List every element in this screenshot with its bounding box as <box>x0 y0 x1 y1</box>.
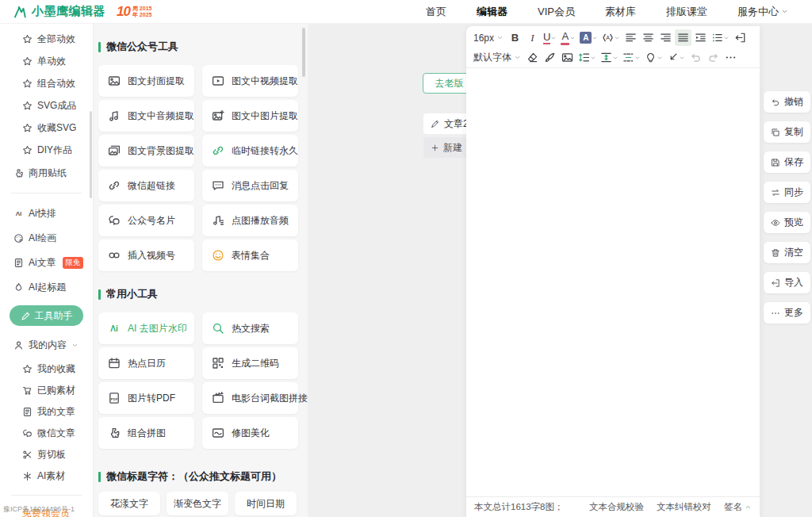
tool-card-image-audio[interactable]: 点图播放音频 <box>202 205 298 236</box>
tool-card-label: 图文背景图提取 <box>128 144 194 158</box>
ordered-list-button[interactable] <box>710 29 731 46</box>
sidebar-item-combo-anim[interactable]: 组合动效 <box>0 72 93 94</box>
sidebar-item-ai-material[interactable]: AI素材 <box>0 465 93 487</box>
sidebar-item-diy-works[interactable]: DIY作品 <box>0 139 93 161</box>
sidebar-item-stickers[interactable]: 商用贴纸 <box>0 161 93 185</box>
sidebar-item-ai-quick[interactable]: ΛiAi快排 <box>0 201 93 226</box>
clear-action[interactable]: 清空 <box>764 242 810 263</box>
line-height-button[interactable] <box>576 49 598 66</box>
insert-image-button[interactable] <box>559 49 576 66</box>
tool-card-emoji-collection[interactable]: 表情集合 <box>202 239 298 271</box>
sidebar-item-my-favorites[interactable]: 我的收藏 <box>0 358 93 380</box>
align-center-button[interactable] <box>640 29 657 46</box>
italic-button[interactable]: I <box>524 29 541 46</box>
nav-item-home[interactable]: 首页 <box>426 5 446 19</box>
font-color-button[interactable]: A <box>559 29 577 46</box>
sidebar-item-label: Ai文章 <box>29 256 56 270</box>
tool-card-video-extract[interactable]: 图文中视频提取 <box>202 65 298 97</box>
tool-card-fancy-text[interactable]: 花漾文字 <box>98 492 160 515</box>
tool-card-datetime[interactable]: 时间日期 <box>235 492 297 515</box>
tool-card-wechat-hyperlink[interactable]: 微信超链接 <box>98 170 194 201</box>
tool-card-ai-watermark[interactable]: ΛiAI 去图片水印 <box>98 312 194 344</box>
tool-card-account-card[interactable]: 公众号名片 <box>98 205 194 236</box>
redo-icon <box>707 52 719 63</box>
tool-card-img2pdf[interactable]: PDF图片转PDF <box>98 382 194 414</box>
tool-card-bg-extract[interactable]: 图文背景图提取 <box>98 135 194 167</box>
proofread-link[interactable]: 文本纠错校对 <box>657 501 711 513</box>
nav-item-material-library[interactable]: 素材库 <box>605 5 636 19</box>
wechat-icon <box>108 214 121 227</box>
sidebar-item-fav-svg[interactable]: 收藏SVG <box>0 117 93 139</box>
import-action[interactable]: 导入 <box>764 272 810 293</box>
nav-item-editor[interactable]: 编辑器 <box>477 5 508 19</box>
underline-button[interactable]: U <box>542 29 558 46</box>
preview-action[interactable]: 预览 <box>764 212 810 233</box>
editor-content-area[interactable] <box>466 68 760 496</box>
sidebar-item-clipboard[interactable]: 剪切板 <box>0 444 93 465</box>
tool-card-qrcode[interactable]: 生成二维码 <box>202 347 298 379</box>
tool-card-collage[interactable]: 组合拼图 <box>98 417 194 449</box>
bold-button[interactable]: B <box>507 29 523 46</box>
more-action[interactable]: 更多 <box>764 302 810 324</box>
tool-card-movie-lines[interactable]: 电影台词截图拼接 <box>202 382 298 414</box>
tips-lamp-button[interactable] <box>643 49 665 66</box>
video-icon <box>212 75 224 87</box>
word-count: 本文总计1613字8图； <box>474 501 563 513</box>
tool-card-hot-search[interactable]: 热文搜索 <box>202 312 298 344</box>
sidebar-item-wechat-articles[interactable]: 微信文章 <box>0 423 93 444</box>
nav-label: 服务中心 <box>737 5 779 19</box>
sync-action[interactable]: 同步 <box>764 182 810 203</box>
margin-button[interactable] <box>621 49 642 66</box>
dots-icon <box>725 52 737 63</box>
compliance-check-link[interactable]: 文本合规校验 <box>589 501 644 513</box>
sidebar-item-single-anim[interactable]: 单动效 <box>0 50 93 72</box>
align-justify-button[interactable] <box>675 29 691 46</box>
sidebar-item-ai-title[interactable]: AI起标题 <box>0 275 93 300</box>
bg-color-button[interactable]: A <box>578 29 599 46</box>
nav-item-layout-class[interactable]: 排版课堂 <box>666 5 707 19</box>
nav-item-service-center[interactable]: 服务中心 <box>737 5 788 19</box>
person-icon <box>13 340 24 350</box>
insert-position-button[interactable] <box>665 49 687 66</box>
sidebar-item-svg-works[interactable]: SVG成品 <box>0 94 93 117</box>
nav-item-vip[interactable]: VIP会员 <box>538 5 575 19</box>
font-family-select[interactable]: 默认字体 <box>471 49 523 66</box>
font-size-select[interactable]: 16px <box>471 29 506 46</box>
sidebar-item-ai-article[interactable]: Ai文章限免 <box>0 251 93 275</box>
sidebar-item-my-content[interactable]: 我的内容 <box>0 331 93 358</box>
undo-action[interactable]: 撤销 <box>764 91 810 113</box>
sidebar-item-tool-assistant[interactable]: 工具助手 <box>10 305 83 326</box>
eraser-button[interactable] <box>524 49 541 66</box>
save-action[interactable]: 保存 <box>764 151 810 173</box>
sidebar-item-purchased[interactable]: 已购素材 <box>0 380 93 401</box>
svg-text:Λi: Λi <box>110 324 118 333</box>
logo[interactable]: 小墨鹰编辑器 10 周 2015 年 2025 <box>13 4 151 20</box>
format-brush-button[interactable] <box>542 49 558 66</box>
tool-card-image-extract[interactable]: 图文中图片提取 <box>202 100 298 132</box>
signature-toggle[interactable]: 签名 <box>724 501 752 513</box>
tool-card-photo-edit[interactable]: 修图美化 <box>202 417 298 449</box>
tool-card-hot-calendar[interactable]: 热点日历 <box>98 347 194 379</box>
sidebar-scrollbar[interactable] <box>90 111 92 198</box>
tool-card-video-channel[interactable]: 插入视频号 <box>98 239 194 271</box>
sidebar-item-my-articles[interactable]: 我的文章 <box>0 401 93 423</box>
para-spacing-button[interactable] <box>599 49 620 66</box>
font-color-letter: A <box>561 31 569 45</box>
more-tools-button[interactable] <box>722 49 739 66</box>
tools-scrollbar[interactable] <box>302 28 305 77</box>
toolbar-row-1: 16pxBIUAAA <box>466 28 760 48</box>
extract-button[interactable] <box>732 29 749 46</box>
tool-card-gradient-text[interactable]: 渐变色文字 <box>167 492 228 515</box>
tool-card-audio-extract[interactable]: 图文中音频提取 <box>98 100 194 132</box>
sidebar-item-ai-paint[interactable]: AI绘画 <box>0 226 93 251</box>
align-right-button[interactable] <box>657 29 674 46</box>
tool-card-permanent-link[interactable]: 临时链接转永久 <box>202 135 298 167</box>
tool-card-grid: ΛiAI 去图片水印热文搜索热点日历生成二维码PDF图片转PDF电影台词截图拼接… <box>98 312 308 449</box>
sidebar-item-all-anim[interactable]: 全部动效 <box>0 28 93 50</box>
letter-spacing-button[interactable]: A <box>600 29 622 46</box>
tool-card-click-reply[interactable]: 消息点击回复 <box>202 170 298 201</box>
copy-action[interactable]: 复制 <box>764 121 810 143</box>
indent-button[interactable] <box>692 29 709 46</box>
tool-card-cover-extract[interactable]: 图文封面提取 <box>98 65 194 97</box>
align-left-button[interactable] <box>622 29 639 46</box>
